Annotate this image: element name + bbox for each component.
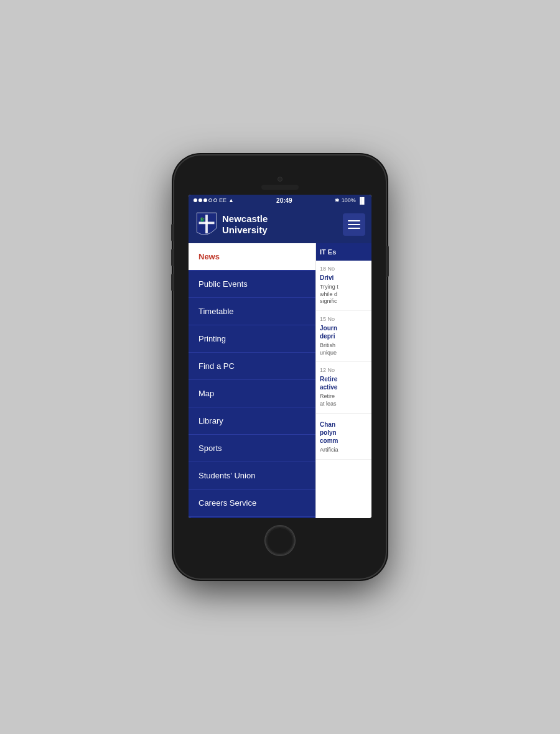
svg-text:🐉: 🐉: [200, 217, 205, 222]
logo-area: 🐉 Newcastle University: [195, 211, 268, 239]
menu-item-find-pc[interactable]: Find a PC: [189, 353, 315, 380]
left-menu: News Public Events Timetable Printing Fi…: [189, 243, 315, 518]
news-title-1: Drivi: [320, 274, 368, 282]
camera-dot: [278, 177, 282, 182]
news-text-3: Retireat leas: [320, 393, 368, 407]
menu-item-library[interactable]: Library: [189, 407, 315, 435]
news-title-4: Chanpolyncomm: [320, 420, 368, 445]
university-name-text: Newcastle University: [222, 213, 268, 236]
news-item-2[interactable]: 15 No Journdepri Britishunique: [316, 311, 371, 362]
news-text-1: Trying twhile dsignific: [320, 284, 368, 305]
carrier-label: EE: [219, 197, 226, 203]
university-name-line1: Newcastle: [222, 213, 268, 224]
phone-device: EE ▲ 20:49 ✱ 100% ▐▌: [174, 156, 386, 578]
signal-dot-4: [208, 198, 212, 202]
menu-item-students-union[interactable]: Students' Union: [189, 462, 315, 490]
content-area: News Public Events Timetable Printing Fi…: [189, 243, 371, 518]
menu-item-public-events[interactable]: Public Events: [189, 271, 315, 298]
university-name-line2: University: [222, 225, 268, 235]
news-item-3[interactable]: 12 No Retireactive Retireat leas: [316, 362, 371, 413]
hamburger-line-1: [348, 220, 360, 221]
university-shield: 🐉: [195, 211, 218, 239]
svg-rect-1: [199, 221, 215, 224]
menu-item-sports[interactable]: Sports: [189, 435, 315, 462]
hamburger-line-2: [348, 224, 360, 225]
home-button[interactable]: [265, 526, 295, 555]
news-item-4[interactable]: Chanpolyncomm Artificia: [316, 414, 371, 460]
battery-pct: 100%: [342, 197, 356, 203]
hamburger-line-3: [348, 228, 360, 229]
right-news-panel: IT Es 18 No Drivi Trying twhile dsignifi…: [315, 243, 371, 518]
right-panel-header: IT Es: [316, 243, 371, 261]
news-date-1: 18 No: [320, 266, 368, 272]
news-text-4: Artificia: [320, 447, 368, 454]
news-title-2: Journdepri: [320, 324, 368, 340]
status-time: 20:49: [276, 197, 292, 204]
news-date-3: 12 No: [320, 367, 368, 373]
news-date-2: 15 No: [320, 316, 368, 322]
signal-dot-2: [198, 198, 202, 202]
signal-strength: [194, 198, 217, 202]
menu-item-map[interactable]: Map: [189, 380, 315, 407]
signal-dot-1: [194, 198, 197, 202]
menu-item-printing[interactable]: Printing: [189, 325, 315, 353]
hamburger-button[interactable]: [343, 213, 365, 236]
bluetooth-icon: ✱: [335, 197, 340, 203]
menu-item-careers[interactable]: Careers Service: [189, 490, 315, 517]
news-item-1[interactable]: 18 No Drivi Trying twhile dsignific: [316, 261, 371, 311]
phone-screen: EE ▲ 20:49 ✱ 100% ▐▌: [189, 195, 371, 518]
battery-icon: ▐▌: [358, 197, 366, 204]
menu-item-news[interactable]: News: [189, 243, 315, 271]
menu-item-timetable[interactable]: Timetable: [189, 298, 315, 325]
status-bar: EE ▲ 20:49 ✱ 100% ▐▌: [189, 195, 371, 206]
wifi-icon: ▲: [228, 197, 234, 203]
signal-dot-3: [203, 198, 207, 202]
phone-top-bezel: [174, 169, 386, 195]
menu-item-directory[interactable]: Directory: [189, 517, 315, 518]
news-title-3: Retireactive: [320, 375, 368, 391]
status-right: ✱ 100% ▐▌: [335, 197, 366, 204]
news-text-2: Britishunique: [320, 342, 368, 356]
phone-bottom-bezel: [265, 518, 295, 565]
status-left: EE ▲: [194, 197, 234, 203]
speaker-grille: [261, 185, 299, 190]
signal-dot-5: [213, 198, 217, 202]
app-header: 🐉 Newcastle University: [189, 206, 371, 243]
